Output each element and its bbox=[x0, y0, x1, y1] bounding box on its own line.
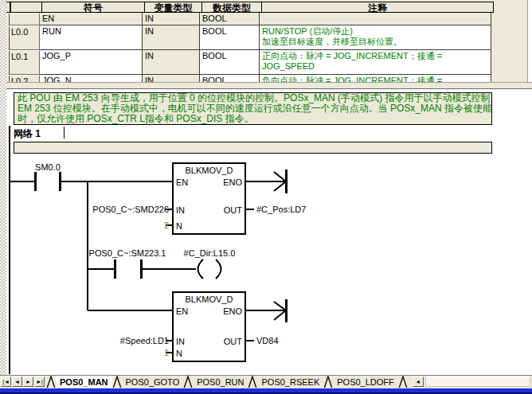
table-row: EN IN BOOL bbox=[6, 13, 527, 25]
pin-label-out: OUT bbox=[224, 205, 242, 215]
table-row: L0.1 JOG_P IN BOOL 正向点动：脉冲 = JOG_INCREME… bbox=[6, 50, 527, 75]
table-header-row: 符号 变量类型 数据类型 注释 bbox=[6, 2, 527, 13]
pin-label-out: OUT bbox=[224, 337, 242, 346]
tab-strip: POS0_MAN POS0_GOTO POS0_RUN POS0_RSEEK P… bbox=[46, 376, 408, 388]
contact2-operand[interactable]: POS0_C~:SM223.1 bbox=[89, 248, 166, 258]
pin-label-eno: ENO bbox=[223, 177, 242, 187]
tab-divider bbox=[323, 376, 333, 388]
cell-symbol[interactable]: RUN bbox=[40, 25, 143, 50]
pin-label-n: N bbox=[176, 221, 182, 231]
cell-address[interactable]: L0.2 bbox=[8, 75, 40, 82]
block1-n-operand[interactable]: 2 bbox=[164, 220, 169, 230]
tab-pos0-rseek[interactable]: POS0_RSEEK bbox=[257, 376, 323, 388]
cell-address[interactable]: L0.1 bbox=[8, 50, 40, 75]
plc-editor-window: 符号 变量类型 数据类型 注释 EN IN BOOL L0.0 RUN IN B… bbox=[0, 0, 532, 394]
cell-comment[interactable]: 正向点动：脉冲 = JOG_INCREMENT；接通 =JOG_SPEED bbox=[260, 50, 491, 75]
last-tab-button[interactable]: ►| bbox=[34, 376, 45, 387]
table-row: L0.2 JOG_N IN BOOL 负向点动：脉冲 = JOG_INCREME… bbox=[6, 75, 527, 82]
scroll-left-button[interactable]: ◄ bbox=[413, 376, 424, 387]
comment-line: JOG_SPEED bbox=[262, 61, 488, 72]
cell-data-type[interactable]: BOOL bbox=[200, 75, 260, 82]
table-row: L0.0 RUN IN BOOL RUN/STOP (启动/停止)加速至目标速度… bbox=[6, 25, 527, 50]
tab-pos0-ldoff[interactable]: POS0_LDOFF bbox=[333, 376, 398, 388]
comment-line: 加速至目标速度，并移至目标位置。 bbox=[262, 37, 488, 47]
blkmov-d-block-1[interactable]: BLKMOV_D EN ENO IN N OUT bbox=[172, 162, 246, 235]
cell-var-type[interactable]: IN bbox=[143, 25, 200, 50]
comment-line: RUN/STOP (启动/停止) bbox=[262, 26, 488, 37]
pin-label-en: EN bbox=[176, 306, 188, 316]
cell-comment[interactable] bbox=[260, 13, 491, 25]
header-address bbox=[10, 2, 42, 13]
pin-label-en: EN bbox=[176, 177, 188, 187]
pin-label-in: IN bbox=[176, 337, 185, 346]
block2-n-operand[interactable]: 1 bbox=[164, 348, 169, 357]
tab-divider bbox=[398, 376, 408, 388]
cell-data-type[interactable]: BOOL bbox=[200, 25, 260, 50]
prev-tab-button[interactable]: ◄ bbox=[12, 376, 22, 387]
block1-out-operand[interactable]: #C_Pos:LD7 bbox=[256, 205, 306, 214]
pin-label-in: IN bbox=[176, 205, 185, 215]
cell-symbol[interactable]: JOG_P bbox=[40, 50, 143, 75]
pin-label-eno: ENO bbox=[223, 306, 242, 316]
tab-divider bbox=[46, 376, 56, 388]
header-comment: 注释 bbox=[262, 2, 494, 13]
tab-divider bbox=[183, 376, 193, 388]
header-var-type: 变量类型 bbox=[145, 2, 202, 13]
cell-symbol[interactable]: JOG_N bbox=[40, 75, 143, 82]
block-title: BLKMOV_D bbox=[174, 295, 244, 304]
table-right-gutter bbox=[527, 0, 532, 82]
window-resize-strip bbox=[0, 0, 6, 375]
contact-icon[interactable] bbox=[115, 259, 142, 279]
cell-data-type[interactable]: BOOL bbox=[200, 13, 260, 25]
block2-in-operand[interactable]: #Speed:LD1 bbox=[120, 336, 169, 345]
block2-out-operand[interactable]: VD84 bbox=[256, 336, 279, 345]
cell-var-type[interactable]: IN bbox=[143, 13, 200, 25]
block-title: BLKMOV_D bbox=[174, 166, 244, 175]
subroutine-tab-bar: |◄ ◄ ► ►| POS0_MAN POS0_GOTO POS0_RUN PO… bbox=[0, 375, 532, 388]
contact1-operand[interactable]: SM0.0 bbox=[35, 162, 61, 172]
cell-comment[interactable]: RUN/STOP (启动/停止)加速至目标速度，并移至目标位置。 bbox=[260, 25, 491, 50]
pane-splitter[interactable] bbox=[6, 82, 532, 89]
ladder-wiring-canvas bbox=[6, 89, 532, 375]
blkmov-d-block-2[interactable]: BLKMOV_D EN ENO IN N OUT bbox=[172, 291, 246, 362]
window-bottom-edge bbox=[0, 388, 532, 394]
tab-pos0-man[interactable]: POS0_MAN bbox=[56, 376, 112, 388]
tab-pos0-goto[interactable]: POS0_GOTO bbox=[122, 376, 184, 388]
next-tab-button[interactable]: ► bbox=[23, 376, 33, 387]
header-data-type: 数据类型 bbox=[202, 2, 262, 13]
coil-operand[interactable]: #C_Dir:L15.0 bbox=[184, 248, 236, 258]
cell-address[interactable]: L0.0 bbox=[8, 25, 40, 50]
header-symbol: 符号 bbox=[42, 2, 145, 13]
ladder-editor-view: 此 POU 由 EM 253 向导生成，用于位置 0 的位控模块的控制。POSx… bbox=[6, 89, 532, 375]
comment-line: 正向点动：脉冲 = JOG_INCREMENT；接通 = bbox=[262, 51, 488, 61]
pin-label-n: N bbox=[176, 349, 182, 358]
block1-in-operand[interactable]: POS0_C~:SMD226 bbox=[92, 205, 169, 214]
tab-divider bbox=[112, 376, 122, 388]
horizontal-scrollbar-track[interactable] bbox=[425, 376, 530, 387]
tab-pos0-run[interactable]: POS0_RUN bbox=[193, 376, 248, 388]
cell-data-type[interactable]: BOOL bbox=[200, 50, 260, 75]
tab-divider bbox=[248, 376, 257, 388]
local-variable-table: 符号 变量类型 数据类型 注释 EN IN BOOL L0.0 RUN IN B… bbox=[6, 2, 527, 82]
first-tab-button[interactable]: |◄ bbox=[1, 376, 11, 387]
cell-symbol[interactable]: EN bbox=[40, 13, 143, 25]
cell-var-type[interactable]: IN bbox=[143, 75, 200, 82]
cell-var-type[interactable]: IN bbox=[143, 50, 200, 75]
cell-address[interactable] bbox=[8, 13, 40, 25]
contact-icon[interactable] bbox=[36, 172, 61, 191]
coil-icon[interactable] bbox=[198, 259, 221, 279]
cell-comment[interactable]: 负向点动：脉冲 = JOG_INCREMENT；接通 = bbox=[260, 75, 491, 82]
